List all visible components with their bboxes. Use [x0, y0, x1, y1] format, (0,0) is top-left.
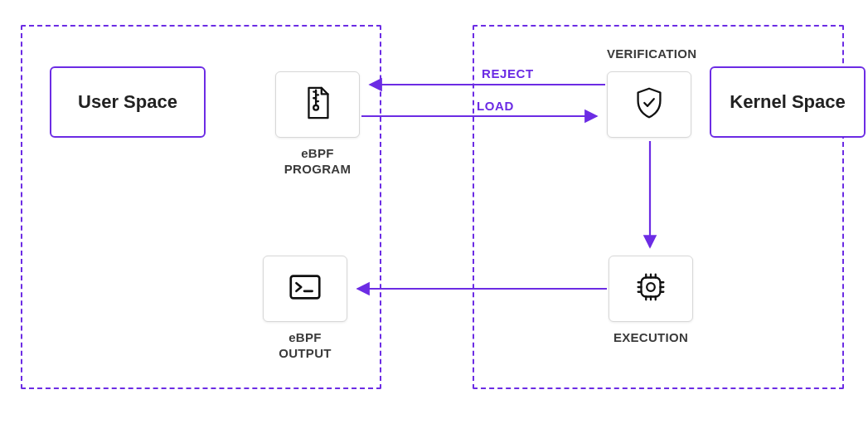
svg-point-0 [313, 105, 318, 110]
node-ebpf-output-label: eBPF OUTPUT [263, 330, 347, 362]
node-execution [609, 256, 693, 322]
zip-file-icon [298, 84, 337, 125]
svg-rect-1 [291, 276, 320, 299]
terminal-icon [286, 268, 324, 309]
node-ebpf-program-label: eBPF PROGRAM [275, 146, 360, 178]
cpu-chip-icon [632, 268, 670, 309]
node-execution-label: EXECUTION [609, 330, 693, 346]
shield-check-icon [630, 84, 668, 125]
diagram-stage: User Space Kernel Space REJECT LOAD [0, 0, 868, 424]
node-ebpf-output [263, 256, 347, 322]
arrow-reject-label: REJECT [482, 66, 534, 80]
arrows-layer [0, 0, 868, 424]
svg-point-3 [647, 283, 655, 291]
node-verification-label: VERIFICATION [607, 46, 711, 62]
node-ebpf-program [275, 71, 360, 138]
svg-rect-2 [642, 278, 661, 297]
node-verification [607, 71, 691, 138]
arrow-load-label: LOAD [477, 99, 514, 113]
